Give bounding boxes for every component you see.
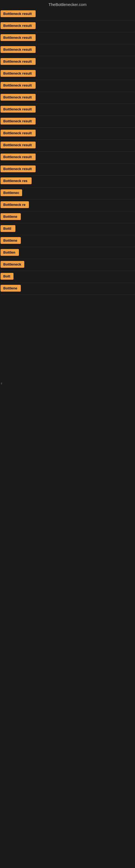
list-item: Bottleneck result xyxy=(1,45,134,55)
separator xyxy=(1,140,134,140)
list-item: Bottleneck xyxy=(1,260,134,270)
separator xyxy=(1,127,134,128)
bottleneck-badge: Bottleneck result xyxy=(1,118,36,124)
separator xyxy=(1,116,134,116)
bottleneck-badge: Bottleneck result xyxy=(1,70,36,77)
separator xyxy=(1,259,134,259)
list-item: Bottleneck res xyxy=(1,176,134,186)
list-item: Bottleneck result xyxy=(1,141,134,151)
separator xyxy=(1,32,134,32)
list-item: Bottleneck result xyxy=(1,129,134,138)
separator xyxy=(1,271,134,271)
list-item: Bottleneck result xyxy=(1,105,134,115)
separator xyxy=(1,294,134,295)
separator xyxy=(1,211,134,211)
page-wrapper: TheBottlenecker.com Bottleneck resultBot… xyxy=(0,0,135,465)
bottleneck-badge: Bottleneck result xyxy=(1,165,36,172)
list-item: Bottlene xyxy=(1,236,134,246)
bottleneck-badge: Bottl xyxy=(1,225,15,232)
list-item: Bottleneck result xyxy=(1,33,134,43)
list-item: Bottlene xyxy=(1,284,134,294)
separator xyxy=(1,44,134,44)
bottleneck-badge: Bottleneck result xyxy=(1,130,36,136)
list-item: Bottleneck result xyxy=(1,57,134,67)
bottleneck-badge: Bottleneck result xyxy=(1,94,36,101)
separator xyxy=(1,187,134,187)
items-container: Bottleneck resultBottleneck resultBottle… xyxy=(0,8,135,297)
list-item: Bottleneck re xyxy=(1,200,134,210)
list-item: Bottlene xyxy=(1,212,134,222)
bottleneck-badge: Bottleneck result xyxy=(1,22,36,29)
list-item: Bottleneck result xyxy=(1,81,134,91)
list-item: Bottleneck result xyxy=(1,69,134,79)
bottleneck-badge: Bottlene xyxy=(1,285,21,291)
list-item: Bottlen xyxy=(1,248,134,258)
list-item: Bottleneck result xyxy=(1,9,134,19)
site-title: TheBottlenecker.com xyxy=(49,2,87,7)
bottleneck-badge: Bottlene xyxy=(1,213,21,220)
bottleneck-badge: Bottlen xyxy=(1,249,19,256)
bottleneck-badge: Bottleneck res xyxy=(1,177,32,184)
separator xyxy=(1,283,134,283)
list-item: Bottlenec xyxy=(1,188,134,198)
bottleneck-badge: Bottleneck result xyxy=(1,142,36,148)
list-item: Bottl xyxy=(1,224,134,234)
list-item: Bottleneck result xyxy=(1,152,134,162)
separator xyxy=(1,175,134,176)
site-header: TheBottlenecker.com xyxy=(0,0,135,8)
chart-area: % xyxy=(0,302,135,465)
bottleneck-badge: Bottleneck re xyxy=(1,201,29,208)
list-item: Bottleneck result xyxy=(1,117,134,127)
bottleneck-badge: Bottleneck result xyxy=(1,58,36,65)
bottleneck-badge: Bott xyxy=(1,273,13,280)
y-axis-label: % xyxy=(0,382,3,384)
bottleneck-badge: Bottlene xyxy=(1,237,21,244)
bottleneck-badge: Bottleneck result xyxy=(1,106,36,113)
list-item: Bottleneck result xyxy=(1,164,134,175)
bottleneck-badge: Bottleneck xyxy=(1,261,24,268)
bottleneck-badge: Bottleneck result xyxy=(1,82,36,89)
bottleneck-badge: Bottlenec xyxy=(1,189,22,196)
separator xyxy=(1,199,134,199)
list-item: Bottleneck result xyxy=(1,21,134,31)
bottleneck-badge: Bottleneck result xyxy=(1,10,36,17)
separator xyxy=(1,151,134,152)
separator xyxy=(1,92,134,92)
bottleneck-badge: Bottleneck result xyxy=(1,46,36,53)
list-item: Bott xyxy=(1,272,134,282)
separator xyxy=(1,68,134,68)
bottleneck-badge: Bottleneck result xyxy=(1,34,36,41)
bottleneck-badge: Bottleneck result xyxy=(1,154,36,160)
separator xyxy=(1,235,134,235)
separator xyxy=(1,223,134,223)
list-item: Bottleneck result xyxy=(1,93,134,103)
separator xyxy=(1,56,134,56)
